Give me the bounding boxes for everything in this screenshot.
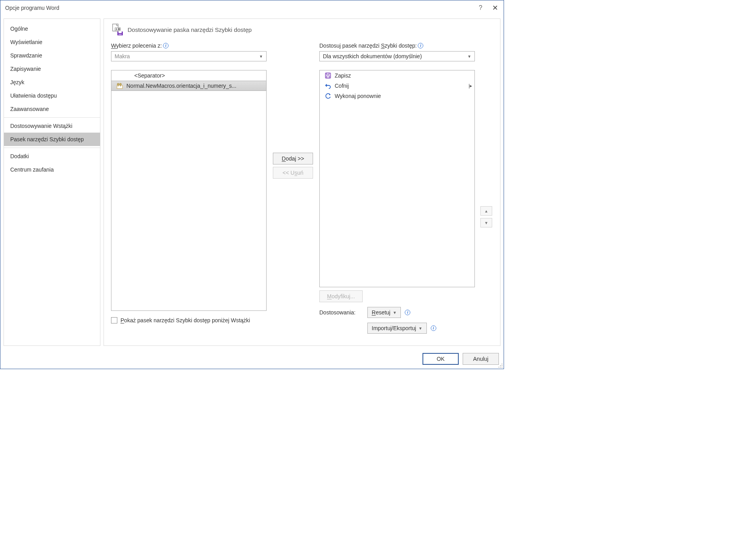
close-icon[interactable]: ✕ [491,4,499,12]
sidebar-item[interactable]: Zaawansowane [4,102,100,116]
undo-icon [324,83,332,89]
sidebar-item[interactable]: Język [4,76,100,89]
save-icon [324,72,332,79]
sidebar-item[interactable]: Dodatki [4,150,100,163]
main-panel: Dostosowywanie paska narzędzi Szybki dos… [104,18,500,346]
macro-icon [116,83,123,89]
sidebar-item[interactable]: Ułatwienia dostępu [4,89,100,102]
options-dialog: Opcje programu Word ? ✕ OgólneWyświetlan… [0,0,504,369]
customize-qat-label: Dostosuj pasek narzędzi Szybki dostęp: i [319,42,475,49]
svg-point-3 [118,28,120,30]
move-up-button[interactable]: ▲ [480,206,492,216]
svg-point-9 [120,83,122,85]
available-commands-list[interactable]: <Separator> [111,70,267,311]
main-heading: Dostosowywanie paska narzędzi Szybki dos… [128,26,252,33]
svg-point-19 [498,367,499,368]
svg-point-8 [117,83,119,85]
remove-button[interactable]: << Usuń [273,167,313,179]
ok-button[interactable]: OK [422,353,459,365]
svg-rect-13 [326,73,329,75]
svg-rect-2 [116,28,117,30]
add-button[interactable]: Dodaj >> [273,153,313,164]
show-below-ribbon-checkbox[interactable]: Pokaż pasek narzędzi Szybki dostęp poniż… [111,317,267,323]
checkbox-icon[interactable] [111,317,117,323]
svg-rect-6 [119,34,122,35]
info-icon[interactable]: i [418,43,423,48]
choose-commands-select[interactable]: Makra ▼ [111,51,267,61]
svg-marker-15 [329,94,331,95]
chevron-down-icon: ▼ [393,310,397,315]
svg-rect-14 [326,76,330,78]
help-icon[interactable]: ? [479,4,482,11]
list-item-separator[interactable]: <Separator> [111,70,266,81]
svg-point-16 [502,364,502,364]
list-item-redo[interactable]: Wykonaj ponownie [320,91,474,101]
chevron-down-icon: ▼ [467,54,471,59]
info-icon[interactable]: i [163,43,169,48]
sidebar-item[interactable]: Ogólne [4,22,100,35]
customizations-label: Dostosowania: [319,309,363,316]
list-item-macro[interactable]: Normal.NewMacros.orientacja_i_numery_s..… [111,81,266,91]
modify-button[interactable]: Modyfikuj... [319,290,363,302]
sidebar-item[interactable]: Wyświetlanie [4,35,100,49]
customize-qat-select[interactable]: Dla wszystkich dokumentów (domyślnie) ▼ [319,51,475,61]
window-title: Opcje programu Word [5,5,59,11]
sidebar-item[interactable]: Centrum zaufania [4,163,100,176]
svg-point-21 [502,367,502,368]
chevron-down-icon: ▼ [419,326,422,331]
sidebar-item[interactable]: Sprawdzanie [4,49,100,62]
list-item-save[interactable]: Zapisz [320,70,474,81]
split-marker-icon: |▸ [469,83,472,89]
info-icon[interactable]: i [431,325,436,331]
svg-point-20 [500,367,501,368]
choose-commands-label: Wybierz polecenia z: i [111,42,267,49]
sidebar-item[interactable]: Pasek narzędzi Szybki dostęp [4,133,100,146]
list-item-undo[interactable]: Cofnij |▸ [320,81,474,91]
sidebar: OgólneWyświetlanieSprawdzanieZapisywanie… [4,18,100,346]
svg-rect-5 [119,31,122,33]
redo-icon [324,93,332,99]
import-export-button[interactable]: Importuj/Eksportuj ▼ [367,323,427,334]
chevron-down-icon: ▼ [259,54,263,59]
resize-grip-icon[interactable] [497,362,503,368]
current-qat-list[interactable]: Zapisz Cofnij |▸ [319,70,475,287]
cancel-button[interactable]: Anuluj [463,353,499,365]
titlebar: Opcje programu Word ? ✕ [0,0,504,15]
triangle-down-icon: ▼ [484,221,488,225]
move-down-button[interactable]: ▼ [480,218,492,227]
svg-point-18 [502,365,502,366]
reset-button[interactable]: Resetuj ▼ [367,307,401,318]
sidebar-item[interactable]: Zapisywanie [4,62,100,76]
svg-point-17 [500,365,501,366]
triangle-up-icon: ▲ [484,209,488,213]
info-icon[interactable]: i [405,310,410,315]
quick-access-customize-icon [111,24,124,35]
sidebar-item[interactable]: Dostosowywanie Wstążki [4,119,100,133]
svg-rect-7 [117,85,122,89]
